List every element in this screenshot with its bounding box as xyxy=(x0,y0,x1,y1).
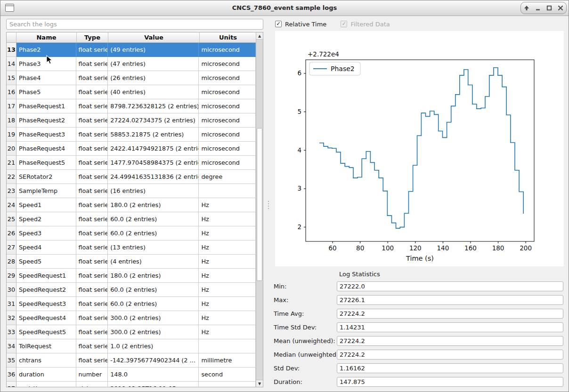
log-table-header[interactable]: Name Type Value Units xyxy=(7,32,263,43)
table-scrollbar[interactable]: ▲ ▼ xyxy=(256,32,263,387)
row-number-cell: 19 xyxy=(7,128,16,142)
table-row[interactable]: 33 SpeedRequest5 float series 300.0 (2 e… xyxy=(7,325,256,339)
name-cell: SpeedRequest3 xyxy=(16,297,77,311)
row-number-cell: 18 xyxy=(7,113,16,128)
x-tick-label: 160 xyxy=(464,244,477,252)
name-cell: end_time xyxy=(16,382,77,387)
column-header-type[interactable]: Type xyxy=(77,32,108,42)
minimize-icon xyxy=(535,5,541,11)
name-cell: Phase4 xyxy=(16,71,77,85)
value-cell: 60.0 (2 entries) xyxy=(108,212,199,226)
table-row[interactable]: 34 TolRequest float series 1.0 (2 entrie… xyxy=(7,339,256,353)
stat-value-field[interactable] xyxy=(337,281,563,291)
table-row[interactable]: 24 Speed1 float series 180.0 (2 entries)… xyxy=(7,198,256,212)
table-row[interactable]: 13 Phase2 float series (49 entries) micr… xyxy=(7,43,256,57)
table-row[interactable]: 36 duration number 148.0 second xyxy=(7,368,256,382)
stat-value-field[interactable] xyxy=(337,309,563,319)
table-row[interactable]: 29 SpeedRequest1 float series 180.0 (2 e… xyxy=(7,269,256,283)
stat-label: Median (unweighted): xyxy=(274,350,341,360)
value-cell: (47 entries) xyxy=(108,57,199,71)
value-cell: 58853.21875 (2 entries) xyxy=(108,128,199,142)
row-number-cell: 35 xyxy=(7,353,16,368)
y-tick-label: 5 xyxy=(297,108,301,115)
table-row[interactable]: 19 PhaseRequest3 float series 58853.2187… xyxy=(7,128,256,142)
units-cell: microsecond xyxy=(199,57,256,71)
type-cell: float series xyxy=(76,212,108,226)
title-bar[interactable]: CNCS_7860_event sample logs xyxy=(0,0,569,16)
units-cell: microsecond xyxy=(199,99,256,113)
search-input[interactable] xyxy=(6,19,263,30)
row-number-cell: 17 xyxy=(7,99,16,113)
table-row[interactable]: 32 SpeedRequest4 float series 300.0 (2 e… xyxy=(7,311,256,325)
row-number-cell: 22 xyxy=(7,170,16,184)
scroll-up-button[interactable]: ▲ xyxy=(256,32,263,40)
table-row[interactable]: 37 end_time string 2018-03-25T16:11:05 xyxy=(7,382,256,387)
name-cell: Speed4 xyxy=(16,240,77,255)
type-cell: float series xyxy=(76,269,108,283)
type-cell: number xyxy=(76,368,108,382)
type-cell: float series xyxy=(76,142,108,156)
table-row[interactable]: 16 Phase5 float series (40 entries) micr… xyxy=(7,85,256,99)
arrow-up-icon xyxy=(524,5,529,11)
row-number-cell: 30 xyxy=(7,283,16,297)
app-window: CNCS_7860_event sample logs Name Type Va… xyxy=(0,0,569,392)
type-cell: float series xyxy=(76,85,108,99)
column-header-name[interactable]: Name xyxy=(16,32,77,42)
table-row[interactable]: 23 SampleTemp float series (16 entries) xyxy=(7,184,256,198)
units-cell: Hz xyxy=(199,297,256,311)
stat-value-field[interactable] xyxy=(337,322,563,332)
stat-value-field[interactable] xyxy=(337,377,563,387)
relative-time-checkbox[interactable]: ✓ Relative Time xyxy=(275,21,326,28)
row-number-cell: 23 xyxy=(7,184,16,198)
type-cell: float series xyxy=(76,283,108,297)
shade-button[interactable] xyxy=(522,3,531,13)
stat-value-field[interactable] xyxy=(337,295,563,305)
value-cell: (16 entries) xyxy=(108,184,199,198)
table-row[interactable]: 27 Speed4 float series (13 entries) Hz xyxy=(7,240,256,255)
filtered-data-label: Filtered Data xyxy=(350,21,390,28)
type-cell: float series xyxy=(76,170,108,184)
stat-value-field[interactable] xyxy=(337,363,563,373)
table-row[interactable]: 31 SpeedRequest3 float series 60.0 (2 en… xyxy=(7,297,256,311)
y-tick-label: 4 xyxy=(297,146,301,154)
stat-value-field[interactable] xyxy=(337,350,563,360)
value-cell: (40 entries) xyxy=(108,85,199,99)
table-row[interactable]: 21 PhaseRequest5 float series 1477.97045… xyxy=(7,156,256,170)
table-row[interactable]: 17 PhaseRequest1 float series 8798.72363… xyxy=(7,99,256,113)
row-number-cell: 20 xyxy=(7,142,16,156)
units-cell: Hz xyxy=(199,283,256,297)
value-cell: 1477.970458984375 (2 entries) xyxy=(108,156,199,170)
stat-value-field[interactable] xyxy=(337,336,563,346)
log-statistics-title: Log Statistics xyxy=(339,271,380,278)
splitter-handle[interactable] xyxy=(267,194,270,215)
value-cell: 180.0 (2 entries) xyxy=(108,269,199,283)
table-row[interactable]: 35 chtrans float series -142.39756774902… xyxy=(7,353,256,368)
table-row[interactable]: 20 PhaseRequest4 float series 2422.41479… xyxy=(7,142,256,156)
column-header-value[interactable]: Value xyxy=(108,32,200,42)
type-cell: float series xyxy=(76,71,108,85)
scrollbar-thumb[interactable] xyxy=(257,128,262,281)
minimize-button[interactable] xyxy=(533,3,543,13)
table-row[interactable]: 22 SERotator2 float series 24.4994163513… xyxy=(7,170,256,184)
units-cell: microsecond xyxy=(199,71,256,85)
scroll-down-button[interactable]: ▼ xyxy=(256,380,263,387)
table-row[interactable]: 30 SpeedRequest2 float series 60.0 (2 en… xyxy=(7,283,256,297)
name-cell: SpeedRequest1 xyxy=(16,269,77,283)
stat-label: Min: xyxy=(274,281,286,291)
table-row[interactable]: 14 Phase3 float series (47 entries) micr… xyxy=(7,57,256,71)
x-tick-label: 100 xyxy=(382,244,394,252)
row-number-cell: 32 xyxy=(7,311,16,325)
column-header-units[interactable]: Units xyxy=(200,32,257,42)
value-cell: 60.0 (2 entries) xyxy=(108,283,199,297)
table-row[interactable]: 26 Speed3 float series 60.0 (2 entries) … xyxy=(7,226,256,240)
log-table-body: 13 Phase2 float series (49 entries) micr… xyxy=(7,43,256,387)
maximize-button[interactable] xyxy=(545,3,554,13)
close-button[interactable] xyxy=(556,3,565,13)
value-cell: 180.0 (2 entries) xyxy=(108,198,199,212)
name-cell: Phase3 xyxy=(16,57,77,71)
table-row[interactable]: 15 Phase4 float series (26 entries) micr… xyxy=(7,71,256,85)
table-row[interactable]: 25 Speed2 float series 60.0 (2 entries) … xyxy=(7,212,256,226)
table-row[interactable]: 28 Speed5 float series (4 entries) Hz xyxy=(7,255,256,269)
table-row[interactable]: 18 PhaseRequest2 float series 27224.0273… xyxy=(7,113,256,128)
stat-label: Max: xyxy=(274,295,288,305)
